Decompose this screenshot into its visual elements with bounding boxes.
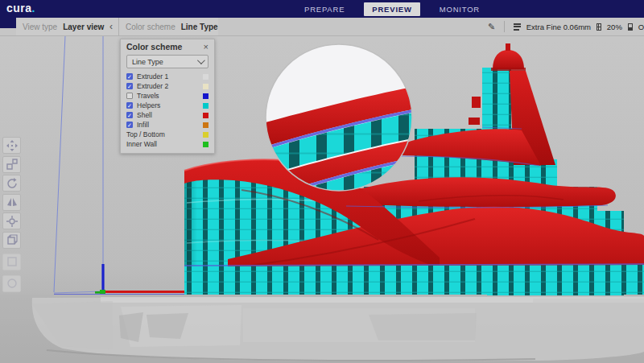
cura-logo: cura. — [6, 2, 35, 14]
adhesion-icon — [628, 23, 633, 31]
legend-row-extruder1: ✓ Extruder 1 — [121, 72, 214, 81]
edit-settings-icon[interactable]: ✎ — [488, 22, 495, 32]
collapse-chevron-icon[interactable]: ‹ — [109, 23, 118, 31]
legend-label: Extruder 2 — [137, 82, 168, 90]
legend-label: Infill — [137, 121, 149, 129]
viewport-3d[interactable] — [0, 0, 644, 363]
disabled-tool-icon — [6, 278, 18, 289]
view-type-value: Layer view — [63, 23, 104, 31]
legend-row-travels: Travels — [121, 91, 214, 101]
legend-label: Helpers — [137, 101, 160, 109]
close-icon[interactable]: × — [204, 43, 208, 51]
layer-height-icon — [514, 22, 521, 31]
mirror-icon — [6, 196, 18, 208]
color-scheme-label: Color scheme — [126, 23, 175, 31]
color-swatch — [203, 93, 208, 99]
infill-icon — [597, 23, 601, 31]
tab-prepare[interactable]: PREPARE — [296, 2, 353, 16]
move-icon — [6, 140, 18, 151]
disabled-tool-button — [2, 254, 21, 270]
disabled-tool-button — [2, 275, 21, 292]
color-scheme-value: Line Type — [181, 23, 218, 31]
legend-label: Travels — [137, 92, 159, 100]
legend-rows: ✓ Extruder 1 ✓ Extruder 2 Travels ✓ Help… — [121, 72, 214, 153]
view-type-label: View type — [23, 23, 57, 31]
legend-row-inner-wall: Inner Wall — [121, 139, 214, 149]
color-swatch — [203, 103, 208, 109]
legend-label: Inner Wall — [126, 140, 157, 148]
infill-chip[interactable]: 20% — [607, 23, 622, 31]
color-scheme-dropdown[interactable]: Color scheme Line Type — [119, 18, 218, 35]
legend-row-helpers: ✓ Helpers — [121, 101, 214, 110]
ghost-hull — [0, 295, 644, 363]
move-tool-button[interactable] — [2, 137, 21, 154]
per-model-settings-button[interactable] — [2, 212, 21, 229]
per-model-settings-icon — [6, 216, 18, 227]
print-settings-summary: ✎ Extra Fine 0.06mm 20% O — [488, 18, 644, 35]
color-scheme-panel: Color scheme × Line Type ✓ Extruder 1 ✓ … — [120, 39, 215, 154]
tab-preview[interactable]: PREVIEW — [364, 2, 419, 16]
view-type-dropdown[interactable]: View type Layer view ‹ — [16, 18, 119, 35]
infill-checkbox[interactable]: ✓ — [126, 122, 133, 128]
adhesion-chip[interactable]: O — [638, 23, 644, 31]
header-notch — [0, 18, 16, 28]
profile-chip[interactable]: Extra Fine 0.06mm — [526, 23, 591, 31]
shell-checkbox[interactable]: ✓ — [126, 112, 133, 118]
legend-label: Top / Bottom — [126, 130, 165, 138]
color-swatch — [203, 142, 208, 147]
scale-icon — [6, 159, 18, 170]
color-swatch — [203, 113, 208, 118]
legend-row-extruder2: ✓ Extruder 2 — [121, 81, 214, 91]
divider — [504, 21, 505, 32]
extruder2-checkbox[interactable]: ✓ — [126, 83, 133, 89]
color-scheme-panel-header[interactable]: Color scheme × — [121, 39, 214, 54]
color-swatch — [203, 84, 208, 89]
support-blocker-icon — [6, 234, 18, 245]
line-type-select[interactable]: Line Type — [126, 55, 208, 68]
tab-monitor[interactable]: MONITOR — [431, 2, 488, 16]
logo-dot-icon: . — [32, 2, 35, 14]
rotate-tool-button[interactable] — [2, 175, 21, 192]
z-axis — [101, 264, 104, 292]
helpers-checkbox[interactable]: ✓ — [126, 102, 133, 109]
legend-row-infill: ✓ Infill — [121, 120, 214, 130]
support-blocker-button[interactable] — [2, 232, 21, 249]
legend-row-top-bottom: Top / Bottom — [121, 130, 214, 139]
travels-checkbox[interactable] — [126, 93, 133, 99]
disabled-tool-icon — [6, 256, 18, 267]
stage-tabs: PREPARE PREVIEW MONITOR — [296, 0, 488, 18]
header-bar: cura. PREPARE PREVIEW MONITOR — [0, 0, 644, 18]
scale-tool-button[interactable] — [2, 156, 21, 173]
panel-title: Color scheme — [126, 42, 182, 52]
color-swatch — [203, 122, 208, 128]
legend-label: Extruder 1 — [137, 72, 168, 80]
legend-label: Shell — [137, 111, 152, 119]
extruder1-checkbox[interactable]: ✓ — [126, 73, 133, 80]
color-swatch — [203, 74, 208, 80]
rotate-icon — [6, 178, 18, 189]
left-tool-column — [2, 137, 21, 294]
line-type-select-value: Line Type — [132, 58, 163, 66]
legend-row-shell: ✓ Shell — [121, 110, 214, 120]
chevron-down-icon — [197, 56, 205, 64]
color-swatch — [203, 132, 208, 138]
mirror-tool-button[interactable] — [2, 194, 21, 211]
view-toolbar: View type Layer view ‹ Color scheme Line… — [0, 18, 644, 36]
